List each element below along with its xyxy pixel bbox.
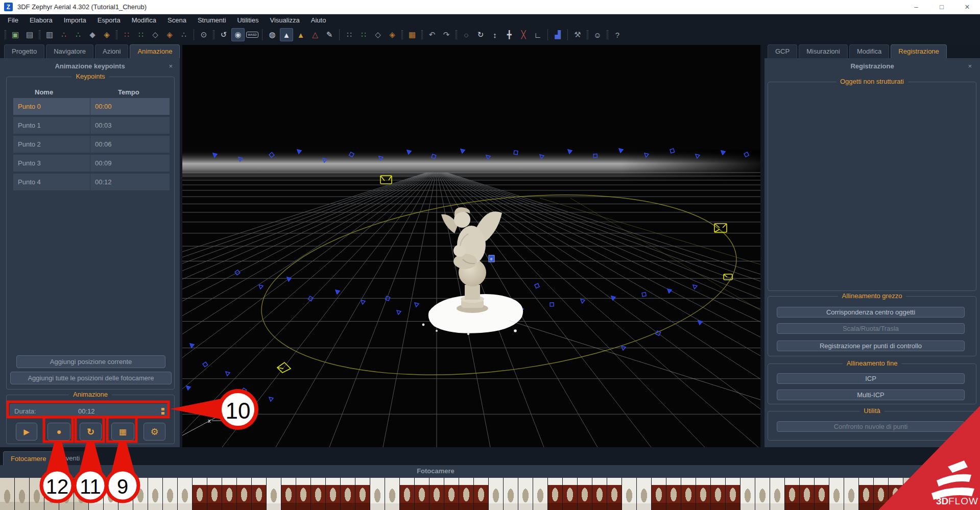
camera-thumbnail[interactable] xyxy=(133,478,148,510)
3d-viewport[interactable]: 8 x xyxy=(182,45,760,447)
camera-thumbnail[interactable] xyxy=(578,478,592,510)
camera-thumbnail[interactable] xyxy=(622,478,637,510)
undo-icon[interactable]: ↶ xyxy=(425,28,439,41)
panel-close-icon[interactable]: × xyxy=(968,62,972,70)
camera-thumbnail[interactable] xyxy=(548,478,563,510)
camera-thumbnail[interactable] xyxy=(400,478,415,510)
textured-mesh-icon[interactable]: ◈ xyxy=(100,28,113,41)
keypoint-row[interactable]: Punto 0 00:00 xyxy=(13,98,170,115)
colored-box-icon[interactable]: ◈ xyxy=(386,28,399,41)
camera-thumbnail[interactable] xyxy=(148,478,163,510)
wireframe-view-icon[interactable]: △ xyxy=(308,28,322,41)
camera-thumbnail[interactable] xyxy=(607,478,622,510)
camera-thumbnail[interactable] xyxy=(193,478,207,510)
bounding-box-icon[interactable]: ◇ xyxy=(371,28,385,41)
select-points-icon[interactable]: ∷ xyxy=(357,28,370,41)
play-button[interactable]: ▶ xyxy=(16,423,37,441)
camera-thumbnail[interactable] xyxy=(459,478,474,510)
camera-thumbnail[interactable] xyxy=(533,478,548,510)
tab-progetto[interactable]: Progetto xyxy=(4,44,44,58)
tab-animazione[interactable]: Animazione xyxy=(130,44,180,58)
camera-thumbnail[interactable] xyxy=(281,478,296,510)
camera-thumbnail[interactable] xyxy=(163,478,178,510)
camera-thumbnail[interactable] xyxy=(563,478,578,510)
camera-thumbnail[interactable] xyxy=(903,478,918,510)
colored-cube-icon[interactable]: ◈ xyxy=(163,28,176,41)
region-icon[interactable]: ▦ xyxy=(405,28,419,41)
control-points-registration-button[interactable]: Registrazione per punti di controllo xyxy=(777,341,965,351)
camera-thumbnail[interactable] xyxy=(444,478,459,510)
camera-thumbnail[interactable] xyxy=(118,478,133,510)
point-cloud-comparison-button[interactable]: Confronto nuvole di punti xyxy=(777,421,965,432)
open-project-icon[interactable]: ▣ xyxy=(9,28,22,41)
edit-pencil-icon[interactable]: ✎ xyxy=(323,28,336,41)
camera-thumbnail[interactable] xyxy=(815,478,829,510)
project-wizard-icon[interactable]: ▥ xyxy=(43,28,56,41)
menu-utilities[interactable]: Utilities xyxy=(232,15,265,25)
camera-thumbnail[interactable] xyxy=(696,478,711,510)
sparse-points-icon[interactable]: ∴ xyxy=(57,28,70,41)
light-icon[interactable]: ◍ xyxy=(266,28,279,41)
tab-registrazione[interactable]: Registrazione xyxy=(891,44,947,58)
statistics-icon[interactable]: ▟ xyxy=(551,28,564,41)
add-current-position-button[interactable]: Aggiungi posizione corrente xyxy=(16,355,165,368)
camera-thumbnail[interactable] xyxy=(15,478,30,510)
close-button[interactable]: × xyxy=(954,0,980,14)
orbit-center-icon[interactable]: ◉ xyxy=(231,28,245,41)
keypoint-row[interactable]: Punto 1 00:03 xyxy=(13,117,170,134)
camera-thumbnail[interactable] xyxy=(207,478,222,510)
tab-navigatore[interactable]: Navigatore xyxy=(46,44,93,58)
transform-gizmo-icon[interactable]: ╋ xyxy=(503,28,516,41)
align-axes-icon[interactable]: ╳ xyxy=(517,28,530,41)
camera-thumbnail[interactable] xyxy=(829,478,844,510)
object-center-match-button[interactable]: Corrispondenza centro oggetti xyxy=(777,307,965,318)
points-green-icon[interactable]: ∷ xyxy=(134,28,148,41)
save-project-icon[interactable]: ▤ xyxy=(23,28,36,41)
multi-icp-button[interactable]: Multi-ICP xyxy=(777,390,965,400)
camera-thumbnail[interactable] xyxy=(252,478,267,510)
scale-rotate-translate-button[interactable]: Scala/Ruota/Trasla xyxy=(777,323,965,334)
keypoint-row[interactable]: Punto 4 00:12 xyxy=(13,174,170,190)
keypoint-row[interactable]: Punto 2 00:06 xyxy=(13,136,170,153)
camera-thumbnail[interactable] xyxy=(474,478,489,510)
camera-thumbnail[interactable] xyxy=(104,478,118,510)
camera-thumbnail[interactable] xyxy=(859,478,874,510)
camera-thumbnail[interactable] xyxy=(44,478,59,510)
mesh-icon[interactable]: ◆ xyxy=(86,28,99,41)
shaded-view-icon[interactable]: ▲ xyxy=(280,28,293,41)
camera-thumbnail[interactable] xyxy=(755,478,770,510)
camera-thumbnail[interactable] xyxy=(74,478,89,510)
add-all-camera-positions-button[interactable]: Aggiungi tutte le posizioni delle fotoca… xyxy=(10,372,172,384)
camera-thumbnail[interactable] xyxy=(178,478,193,510)
cube-icon[interactable]: ◇ xyxy=(149,28,162,41)
camera-thumbnail[interactable] xyxy=(237,478,252,510)
menu-elabora[interactable]: Elabora xyxy=(24,15,58,25)
tab-misurazioni[interactable]: Misurazioni xyxy=(799,44,848,58)
camera-thumbnail[interactable] xyxy=(385,478,400,510)
keypoint-row[interactable]: Punto 3 00:09 xyxy=(13,155,170,172)
menu-modifica[interactable]: Modifica xyxy=(126,15,162,25)
camera-thumbnail[interactable] xyxy=(637,478,652,510)
mask-icon[interactable]: ☺ xyxy=(591,28,604,41)
camera-thumbnail[interactable] xyxy=(489,478,504,510)
durata-field[interactable]: Durata: 00:12 xyxy=(10,404,168,418)
restore-button[interactable]: □ xyxy=(929,0,954,14)
camera-icon[interactable]: ⊙ xyxy=(197,28,210,41)
tab-modifica[interactable]: Modifica xyxy=(849,44,889,58)
select-rect-icon[interactable]: ∷ xyxy=(343,28,356,41)
camera-thumbnail[interactable] xyxy=(222,478,237,510)
camera-thumbnail[interactable] xyxy=(800,478,815,510)
menu-file[interactable]: File xyxy=(2,15,24,25)
camera-thumbnail[interactable] xyxy=(770,478,785,510)
rotate-view-icon[interactable]: ↺ xyxy=(217,28,230,41)
camera-thumbnail[interactable] xyxy=(504,478,518,510)
record-button[interactable]: ● xyxy=(47,423,70,441)
menu-esporta[interactable]: Esporta xyxy=(92,15,126,25)
camera-thumbnail[interactable] xyxy=(341,478,355,510)
camera-thumbnail[interactable] xyxy=(355,478,370,510)
menu-strumenti[interactable]: Strumenti xyxy=(192,15,232,25)
camera-thumbnail[interactable] xyxy=(592,478,607,510)
camera-thumbnail[interactable] xyxy=(874,478,889,510)
camera-thumbnail[interactable] xyxy=(785,478,800,510)
camera-thumbnail[interactable] xyxy=(844,478,859,510)
